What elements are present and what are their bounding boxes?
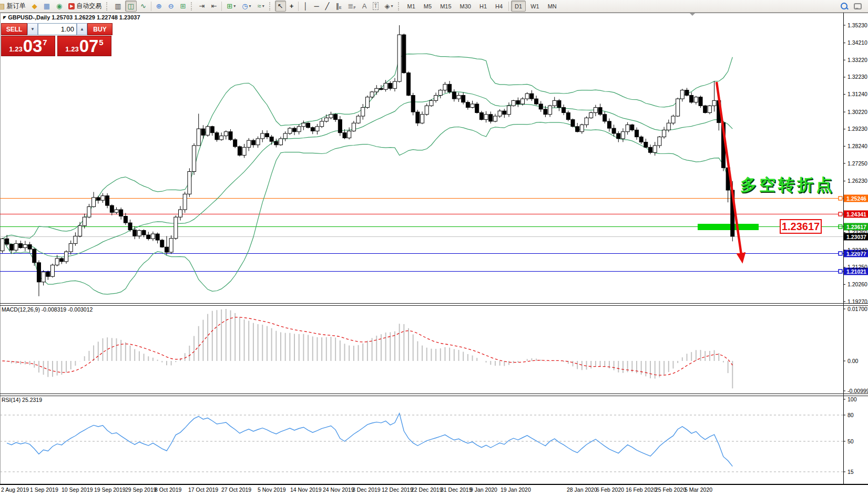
highlight-rect[interactable] — [698, 224, 759, 230]
trend-arrow[interactable] — [717, 82, 742, 258]
volume-increase-button[interactable]: ▲ — [77, 23, 87, 35]
sell-button[interactable]: SELL — [1, 23, 27, 35]
candle-body — [685, 90, 689, 96]
volume-input[interactable] — [38, 23, 77, 35]
timeframe-m1[interactable]: M1 — [404, 1, 419, 12]
price-callout-label[interactable]: 1.23617 — [780, 219, 822, 234]
shapes-tool[interactable]: ◈▾ — [382, 1, 396, 12]
toolbar-grip — [106, 2, 110, 11]
candle-body — [370, 92, 374, 97]
crosshair-icon[interactable]: + — [287, 1, 297, 12]
date-label: 31 Dec 2019 — [441, 486, 472, 493]
candle-body — [658, 137, 661, 146]
buy-button[interactable]: BUY — [87, 23, 113, 35]
date-label: 17 Oct 2019 — [188, 486, 218, 493]
tile-windows-icon[interactable]: ⊞ — [178, 1, 189, 12]
candle-body — [676, 99, 680, 116]
axis-tick-label: 1.29230 — [847, 126, 867, 132]
date-label: 10 Sep 2019 — [62, 486, 93, 493]
cn-text-annotation[interactable]: 多空转折点 — [740, 174, 835, 196]
candle-body — [55, 258, 59, 265]
chart-canvas[interactable]: 1.252461.243411.236171.230371.220771.210… — [0, 0, 868, 497]
zoom-out-icon[interactable]: ⊖ — [166, 1, 177, 12]
candle-body — [69, 244, 73, 252]
candle-body — [311, 128, 314, 131]
candle-body — [562, 108, 566, 113]
price-line-anchor[interactable] — [839, 270, 842, 273]
timeframe-m15[interactable]: M15 — [436, 1, 455, 12]
candle-body — [302, 123, 305, 127]
text-tool[interactable]: A — [360, 1, 370, 12]
candle-body — [265, 133, 269, 137]
date-label: 29 Sep 2019 — [125, 486, 157, 493]
candle-body — [188, 172, 191, 194]
candle-body — [147, 235, 150, 239]
timeframe-h4[interactable]: H4 — [492, 1, 506, 12]
candlestick-chart-icon[interactable]: ◫ — [125, 1, 137, 12]
cursor-icon[interactable]: ↖ — [275, 1, 286, 12]
timeframe-m5[interactable]: M5 — [420, 1, 435, 12]
bar-chart-icon[interactable]: ▥ — [112, 1, 124, 12]
market-watch-icon[interactable]: ▦ — [41, 1, 53, 12]
fibonacci-tool[interactable]: ≣F — [345, 1, 359, 12]
timeframe-m30[interactable]: M30 — [456, 1, 475, 12]
sell-price-display[interactable]: 1.23037 — [1, 36, 55, 56]
panel-frames — [0, 13, 868, 484]
auto-trading-button[interactable]: ▶ 自动交易 — [66, 1, 104, 12]
price-line-anchor[interactable] — [839, 212, 842, 216]
label-tool[interactable]: T — [370, 1, 381, 12]
zoom-in-icon[interactable]: ⊕ — [154, 1, 165, 12]
toolbar-separator — [298, 2, 299, 11]
candle-body — [356, 116, 360, 123]
line-chart-icon[interactable]: ∿ — [138, 1, 149, 12]
candle-body — [352, 123, 355, 131]
buy-price-display[interactable]: 1.23075 — [57, 36, 111, 56]
horizontal-line-tool[interactable]: ─ — [311, 1, 321, 12]
chart-shift-icon[interactable]: ⇤ — [208, 1, 219, 12]
auto-scroll-icon[interactable]: ⇥ — [197, 1, 208, 12]
macd-axis-label: 0.00 — [847, 358, 859, 364]
candle-body — [512, 100, 515, 106]
candle-body — [671, 116, 675, 123]
timeframe-h1[interactable]: H1 — [476, 1, 491, 12]
new-order-button[interactable]: ▤ 新订单 — [0, 1, 28, 12]
chart-dropdown-icon[interactable] — [690, 13, 695, 18]
timeframe-mn[interactable]: MN — [544, 1, 560, 12]
navigator-icon[interactable]: ◉ — [54, 1, 65, 12]
candle-body — [375, 88, 379, 92]
indicators-button[interactable]: ≈▾ — [255, 1, 267, 12]
candle-body — [690, 95, 693, 102]
date-label: 28 Jan 2020 — [567, 486, 597, 493]
sticker-icon[interactable]: ◆ — [29, 1, 40, 12]
price-line-tag-label[interactable]: 1.25246 — [846, 195, 866, 202]
channel-tool[interactable]: ∥E — [333, 1, 344, 12]
toolbar-grip — [398, 2, 402, 11]
candle-body — [484, 115, 488, 120]
date-label: 27 Oct 2019 — [221, 486, 251, 493]
volume-decrease-button[interactable]: ▼ — [27, 23, 38, 35]
new-chart-button[interactable]: ⊞▾ — [224, 1, 238, 12]
rsi-label: RSI(14) 25.2319 — [2, 397, 42, 403]
periods-button[interactable]: ◷▾ — [239, 1, 253, 12]
timeframe-d1[interactable]: D1 — [511, 1, 526, 12]
trend-arrow-group[interactable] — [717, 82, 742, 258]
candle-body — [315, 127, 319, 131]
trendline-tool[interactable]: ╱ — [323, 1, 332, 12]
search-icon[interactable] — [838, 1, 850, 12]
candle-body — [703, 106, 707, 112]
candle-body — [142, 231, 146, 235]
timeframe-w1[interactable]: W1 — [527, 1, 543, 12]
candle-body — [379, 88, 383, 89]
price-line-anchor[interactable] — [839, 196, 842, 200]
candle-body — [261, 133, 264, 139]
price-line-tag-label[interactable]: 1.24341 — [846, 211, 866, 218]
rsi-line — [7, 413, 732, 467]
date-label: 16 Feb 2020 — [626, 486, 657, 493]
vertical-line-tool[interactable]: │ — [301, 1, 310, 12]
axis-tick-label: 1.28240 — [847, 143, 867, 149]
candle-body — [83, 217, 86, 225]
candle-body — [530, 94, 534, 99]
chat-icon[interactable] — [851, 1, 864, 12]
price-line-anchor[interactable] — [839, 252, 842, 255]
candle-body — [712, 100, 716, 106]
